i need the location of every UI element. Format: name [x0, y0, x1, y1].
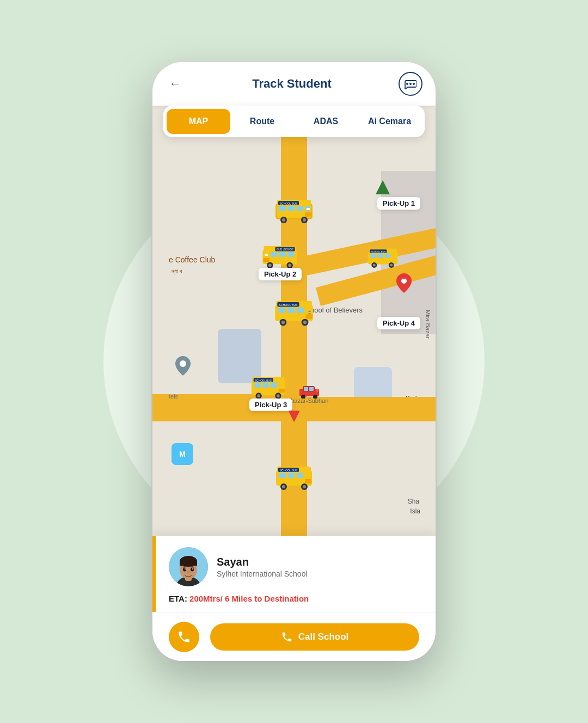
- pickup-2-label: Pick-Up 2: [259, 268, 302, 280]
- svg-rect-47: [255, 383, 261, 388]
- svg-rect-68: [385, 254, 390, 258]
- svg-point-27: [268, 264, 272, 267]
- svg-rect-6: [279, 206, 286, 211]
- destination-arrow: ▼: [284, 404, 304, 427]
- svg-rect-50: [279, 389, 285, 393]
- chat-button[interactable]: [399, 72, 422, 96]
- svg-point-40: [303, 321, 307, 324]
- svg-point-87: [406, 83, 408, 85]
- svg-rect-44: [308, 313, 310, 314]
- coffee-club-label: e Coffee Club: [169, 255, 215, 264]
- svg-point-54: [277, 394, 280, 397]
- svg-rect-33: [278, 307, 285, 313]
- svg-point-52: [257, 394, 260, 397]
- svg-point-70: [373, 264, 376, 267]
- mira-bazar-label: Mira Bazar: [425, 310, 431, 339]
- svg-rect-36: [305, 314, 313, 318]
- svg-point-12: [282, 218, 285, 222]
- svg-rect-79: [297, 473, 303, 478]
- student-avatar: [169, 547, 208, 586]
- svg-rect-28: [265, 254, 268, 256]
- svg-rect-66: [371, 254, 376, 258]
- svg-rect-60: [309, 387, 314, 391]
- svg-point-98: [185, 568, 186, 569]
- svg-point-82: [282, 485, 285, 488]
- svg-point-14: [303, 218, 306, 222]
- svg-point-72: [390, 264, 393, 267]
- svg-point-63: [316, 389, 319, 392]
- svg-point-89: [413, 83, 415, 85]
- svg-point-97: [191, 568, 194, 572]
- svg-text:SCHOOL BUS: SCHOOL BUS: [279, 303, 298, 307]
- tab-ai-cemara[interactable]: Ai Cemara: [358, 109, 421, 134]
- sha-label: Sha: [408, 498, 419, 505]
- svg-rect-78: [288, 473, 295, 478]
- bus-5: SCHOOL BUS: [367, 247, 399, 270]
- location-pin: [175, 356, 191, 378]
- svg-rect-15: [307, 208, 310, 210]
- svg-rect-95: [180, 561, 197, 566]
- svg-rect-20: [287, 252, 293, 257]
- svg-point-88: [409, 83, 412, 85]
- student-card: Sayan Sylhet International School ETA: 2…: [152, 536, 436, 612]
- svg-point-1: [180, 360, 186, 367]
- phone-frame: Women's Model College, Sylhet GOAL e Cof…: [152, 62, 436, 661]
- svg-point-99: [192, 568, 193, 569]
- call-driver-button[interactable]: [169, 622, 199, 652]
- bus-1: SCHOOL BUS: [275, 198, 313, 225]
- svg-rect-48: [263, 383, 269, 388]
- coffee-club-bengali: ন্যা ব: [171, 268, 182, 275]
- svg-marker-0: [376, 180, 390, 194]
- pickup-4-label: Pick-Up 4: [377, 317, 420, 329]
- svg-rect-80: [305, 479, 311, 483]
- call-school-label: Call School: [298, 632, 349, 642]
- eta-prefix: ETA:: [169, 594, 189, 603]
- svg-text:SCHOOL BUS: SCHOOL BUS: [280, 202, 298, 205]
- museum-marker: M: [171, 443, 193, 465]
- svg-rect-59: [304, 387, 308, 391]
- eta-value: 200Mtrs/ 6 Miles to Destination: [189, 594, 309, 603]
- tab-map[interactable]: MAP: [167, 109, 230, 134]
- bus-2: SCHOOL BUS: [261, 244, 298, 271]
- phone-notch: [256, 62, 332, 77]
- svg-rect-49: [271, 383, 277, 388]
- svg-rect-67: [378, 254, 383, 258]
- isla-label: Isla: [410, 507, 420, 515]
- eta-text: ETA: 200Mtrs/ 6 Miles to Destination: [169, 594, 422, 603]
- svg-point-84: [303, 485, 306, 488]
- svg-rect-10: [305, 212, 311, 217]
- tab-route[interactable]: Route: [230, 109, 294, 134]
- svg-point-96: [183, 568, 186, 572]
- tab-adas[interactable]: ADAS: [294, 109, 358, 134]
- svg-rect-21: [279, 252, 285, 257]
- svg-rect-34: [287, 307, 295, 313]
- back-button[interactable]: ←: [166, 74, 185, 94]
- action-bar: Call School: [152, 612, 436, 661]
- header-title: Track Student: [252, 77, 331, 91]
- pickup-1-label: Pick-Up 1: [377, 197, 420, 210]
- call-school-button[interactable]: Call School: [210, 623, 419, 651]
- red-car: [298, 383, 320, 401]
- svg-point-100: [187, 571, 190, 573]
- svg-rect-22: [271, 252, 277, 257]
- bus-4: SCHOOL BUS: [250, 375, 286, 401]
- svg-rect-8: [297, 206, 303, 211]
- school-believers-label: hool of Believers: [310, 306, 363, 314]
- svg-rect-77: [279, 473, 286, 478]
- svg-rect-23: [263, 258, 269, 262]
- student-name: Sayan: [217, 556, 308, 568]
- goal-marker: [375, 179, 391, 198]
- tab-bar: MAP Route ADAS Ai Cemara: [163, 106, 425, 137]
- hotel-label: tels: [169, 393, 178, 400]
- bus-3: SCHOOL BUS: [274, 299, 314, 328]
- bus-6: SCHOOL BUS: [275, 465, 313, 492]
- svg-rect-7: [288, 206, 295, 211]
- svg-rect-35: [297, 307, 304, 313]
- student-info: Sayan Sylhet International School: [217, 556, 308, 578]
- destination-pin: [396, 273, 412, 295]
- svg-rect-43: [308, 311, 310, 312]
- svg-text:SCHOOL BUS: SCHOOL BUS: [277, 248, 293, 251]
- svg-text:SCHOOL BUS: SCHOOL BUS: [371, 250, 385, 253]
- svg-text:SCHOOL BUS: SCHOOL BUS: [280, 469, 298, 472]
- svg-text:SCHOOL BUS: SCHOOL BUS: [255, 379, 272, 382]
